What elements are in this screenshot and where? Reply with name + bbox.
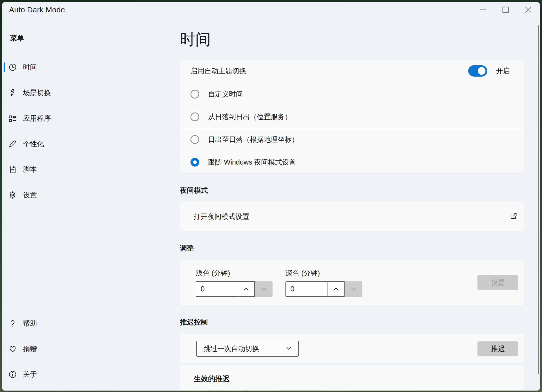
- active-defer-status: 自动主题切换已启用: [194, 389, 524, 391]
- sidebar: 菜单 时间 场景切换: [2, 17, 180, 390]
- light-minutes-label: 浅色 (分钟): [196, 268, 273, 278]
- toggle-state-label: 开启: [496, 66, 510, 76]
- sidebar-item-about[interactable]: 关于: [2, 365, 180, 384]
- minimize-button[interactable]: [472, 2, 494, 17]
- theme-switch-card: 启用自动主题切换 开启 自定义时间 从: [180, 59, 524, 174]
- sidebar-nav: 时间 场景切换 应用程序: [2, 58, 180, 204]
- open-night-mode-settings-link[interactable]: 打开夜间模式设置: [180, 202, 524, 231]
- defer-mode-dropdown[interactable]: 跳过一次自动切换: [196, 341, 299, 357]
- light-minutes-input[interactable]: 0: [196, 282, 238, 296]
- adjust-heading: 调整: [180, 244, 524, 252]
- external-link-icon: [509, 212, 517, 221]
- night-mode-heading: 夜间模式: [180, 186, 524, 195]
- toggle-knob: [478, 67, 485, 75]
- info-icon: [9, 370, 17, 379]
- light-minutes-spinner: 0: [196, 281, 273, 297]
- maximize-button[interactable]: [494, 2, 517, 17]
- titlebar: Auto Dark Mode: [2, 2, 540, 17]
- script-icon: [9, 165, 17, 174]
- defer-control-heading: 推迟控制: [180, 318, 524, 326]
- auto-switch-toggle[interactable]: [468, 65, 487, 77]
- auto-switch-label: 启用自动主题切换: [190, 66, 246, 76]
- mode-option-sunset-location[interactable]: 从日落到日出（位置服务）: [180, 105, 524, 128]
- sidebar-item-label: 设置: [23, 190, 37, 200]
- chevron-up-icon: [332, 285, 340, 293]
- sidebar-item-label: 时间: [23, 63, 37, 72]
- radio-icon: [190, 112, 199, 121]
- dark-minutes-label: 深色 (分钟): [285, 268, 362, 278]
- auto-switch-row: 启用自动主题切换 开启: [180, 59, 524, 83]
- sidebar-item-time[interactable]: 时间: [2, 58, 180, 77]
- sidebar-item-personalization[interactable]: 个性化: [2, 135, 180, 153]
- gear-icon: [9, 191, 17, 199]
- adjust-card: 浅色 (分钟) 0: [180, 260, 524, 305]
- question-icon: [9, 319, 17, 328]
- vertical-scrollbar-thumb[interactable]: [538, 25, 539, 374]
- sidebar-item-label: 捐赠: [23, 344, 37, 354]
- brush-icon: [9, 140, 17, 148]
- clock-icon: [9, 63, 17, 71]
- chevron-up-icon: [243, 285, 250, 293]
- dark-minutes-decrement-button[interactable]: [345, 281, 362, 297]
- sidebar-item-label: 场景切换: [23, 88, 51, 97]
- mode-option-label: 跟随 Windows 夜间模式设置: [208, 158, 296, 167]
- light-minutes-increment-button[interactable]: [238, 282, 254, 296]
- app-window: Auto Dark Mode 菜单: [2, 2, 540, 391]
- selected-indicator: [4, 62, 5, 72]
- maximize-icon: [502, 6, 509, 14]
- mode-option-label: 日出至日落（根据地理坐标）: [208, 135, 299, 144]
- radio-icon: [190, 135, 199, 144]
- mode-option-custom-time[interactable]: 自定义时间: [180, 83, 524, 105]
- desktop-background: Auto Dark Mode 菜单: [0, 0, 542, 392]
- night-mode-link-label: 打开夜间模式设置: [194, 212, 249, 221]
- app-title: Auto Dark Mode: [9, 5, 65, 14]
- mode-option-windows-night-mode[interactable]: 跟随 Windows 夜间模式设置: [180, 151, 524, 173]
- sidebar-item-settings[interactable]: 设置: [2, 186, 180, 204]
- chevron-down-icon: [350, 285, 357, 293]
- sidebar-item-apps[interactable]: 应用程序: [2, 109, 180, 128]
- minimize-icon: [479, 6, 487, 14]
- app-list-icon: [9, 114, 17, 123]
- heart-icon: [9, 345, 17, 353]
- active-defer-heading: 生效的推迟: [194, 374, 524, 383]
- sidebar-item-scene-switch[interactable]: 场景切换: [2, 84, 180, 102]
- chevron-down-icon: [285, 344, 293, 353]
- close-button[interactable]: [517, 2, 540, 17]
- sidebar-item-donate[interactable]: 捐赠: [2, 340, 180, 358]
- dark-minutes-spinner: 0: [285, 281, 362, 297]
- sidebar-item-help[interactable]: 帮助: [2, 314, 180, 333]
- defer-button[interactable]: 推迟: [477, 341, 518, 356]
- sidebar-item-scripts[interactable]: 脚本: [2, 160, 180, 179]
- defer-card: 跳过一次自动切换 推迟: [180, 334, 524, 364]
- sidebar-item-label: 关于: [23, 370, 37, 379]
- active-defer-card: 生效的推迟 自动主题切换已启用: [180, 365, 524, 391]
- page-title: 时间: [180, 30, 524, 49]
- lightning-icon: [9, 89, 17, 97]
- light-minutes-decrement-button[interactable]: [255, 281, 273, 297]
- window-controls: [472, 2, 540, 17]
- mode-option-label: 自定义时间: [208, 89, 243, 99]
- sidebar-bottom-nav: 帮助 捐赠 关于: [2, 314, 180, 384]
- chevron-down-icon: [260, 285, 267, 293]
- radio-selected-icon: [190, 158, 199, 167]
- main-content: 时间 启用自动主题切换 开启 自定义时间: [180, 17, 540, 390]
- sidebar-item-label: 个性化: [23, 139, 44, 149]
- sidebar-item-label: 应用程序: [23, 114, 51, 123]
- sidebar-menu-heading: 菜单: [10, 34, 180, 43]
- sidebar-item-label: 脚本: [23, 165, 37, 174]
- mode-option-sunrise-coordinates[interactable]: 日出至日落（根据地理坐标）: [180, 128, 524, 151]
- sidebar-item-label: 帮助: [23, 319, 37, 328]
- defer-mode-selected-value: 跳过一次自动切换: [203, 344, 259, 353]
- mode-option-label: 从日落到日出（位置服务）: [208, 112, 292, 121]
- close-icon: [524, 6, 532, 14]
- set-button[interactable]: 设置: [477, 275, 518, 290]
- dark-minutes-input[interactable]: 0: [286, 282, 328, 296]
- radio-icon: [190, 90, 199, 99]
- dark-minutes-increment-button[interactable]: [328, 282, 344, 296]
